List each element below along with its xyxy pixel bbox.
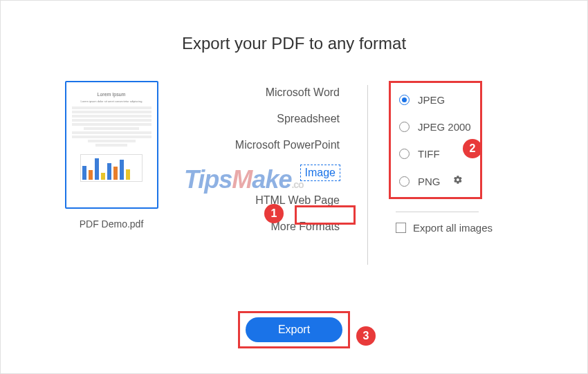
preview-chart-icon [80,154,143,182]
radio-icon [399,149,410,159]
export-row: Export [1,311,587,348]
checkbox-label: Export all images [413,222,493,234]
radio-png[interactable]: PNG [399,175,473,187]
export-button[interactable]: Export [246,317,342,342]
formats-list: Microsoft Word Spreadsheet Microsoft Pow… [181,81,340,265]
radio-icon [399,122,410,132]
radio-icon [399,176,410,187]
radio-tiff[interactable]: TIFF [399,148,473,160]
preview-column: Lorem Ipsum Lorem ipsum dolor sit amet c… [63,81,160,265]
radio-label: PNG [418,176,441,187]
annotation-callout-3: 3 [356,326,376,346]
annotation-box-image [295,205,356,225]
format-item-image[interactable]: Image [301,165,340,180]
radio-jpeg[interactable]: JPEG [399,94,473,106]
pdf-preview-thumbnail[interactable]: Lorem Ipsum Lorem ipsum dolor sit amet c… [65,81,158,209]
page-title: Export your PDF to any format [1,34,587,53]
gear-icon[interactable] [453,175,463,187]
annotation-callout-1: 1 [264,204,284,223]
preview-doc-subtitle: Lorem ipsum dolor sit amet consectetur a… [81,100,143,103]
preview-filename: PDF Demo.pdf [80,218,144,230]
preview-doc-title: Lorem Ipsum [98,92,126,97]
annotation-callout-2: 2 [463,139,482,158]
subformats-column: JPEG JPEG 2000 TIFF PNG Export all image… [389,81,506,265]
radio-label: JPEG 2000 [418,121,471,133]
radio-jpeg2000[interactable]: JPEG 2000 [399,121,473,133]
radio-icon [399,95,410,105]
export-all-checkbox[interactable]: Export all images [396,222,506,234]
main-content: Lorem Ipsum Lorem ipsum dolor sit amet c… [1,81,587,265]
export-highlight-box: Export [238,311,350,348]
vertical-divider [367,85,368,265]
checkbox-icon [396,223,406,233]
format-item-word[interactable]: Microsoft Word [266,86,340,99]
radio-label: JPEG [418,94,445,106]
radio-label: TIFF [418,148,440,160]
format-item-spreadsheet[interactable]: Spreadsheet [277,113,340,125]
format-item-powerpoint[interactable]: Microsoft PowerPoint [235,139,340,151]
subformats-divider [396,212,479,212]
